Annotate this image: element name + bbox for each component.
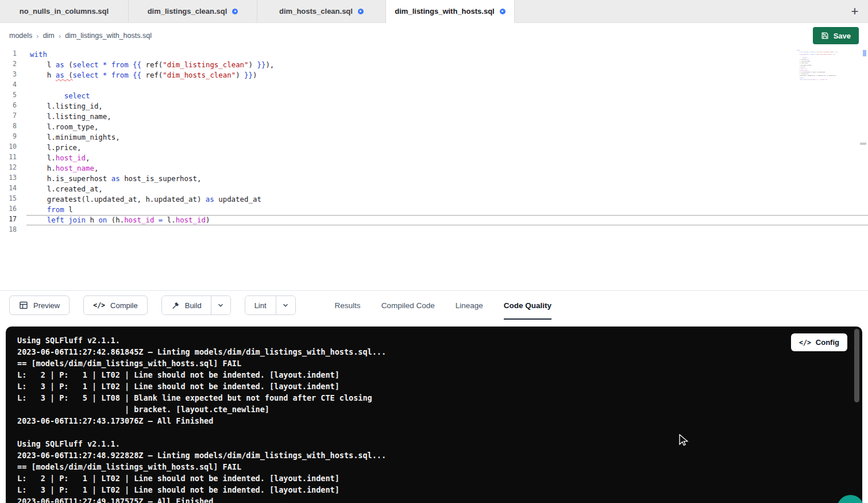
config-button[interactable]: </> Config: [791, 333, 847, 351]
line-number[interactable]: 15: [0, 194, 17, 205]
code-line[interactable]: select: [26, 91, 868, 101]
breadcrumb-item[interactable]: dim: [43, 32, 55, 40]
tab-label: dim_hosts_clean.sql: [279, 7, 353, 16]
tab-strip: no_nulls_in_columns.sqldim_listings_clea…: [0, 0, 515, 22]
lint-button-label: Lint: [254, 301, 267, 310]
code-line[interactable]: h.is_superhost as host_is_superhost,: [26, 174, 868, 184]
line-number[interactable]: 18: [0, 225, 17, 236]
line-number[interactable]: 11: [0, 153, 17, 163]
line-number[interactable]: 4: [0, 80, 17, 91]
editor-tab[interactable]: dim_hosts_clean.sql: [257, 0, 386, 22]
line-number[interactable]: 17: [0, 215, 17, 225]
code-icon: </>: [93, 301, 105, 309]
code-line[interactable]: l.host_id,: [26, 153, 868, 163]
lint-split-button: Lint: [245, 295, 296, 315]
breadcrumb-item[interactable]: dim_listings_with_hosts.sql: [65, 32, 152, 40]
editor-toolbar: Preview </> Compile Build Lint ResultsCo…: [0, 291, 868, 320]
lint-options-button[interactable]: [276, 296, 295, 314]
tab-label: no_nulls_in_columns.sql: [20, 7, 109, 16]
panel-tab-results[interactable]: Results: [335, 291, 361, 320]
panel-tab-compiled-code[interactable]: Compiled Code: [381, 291, 435, 320]
build-button-label: Build: [185, 301, 202, 310]
save-button-label: Save: [834, 32, 851, 40]
tab-label: dim_listings_clean.sql: [148, 7, 227, 16]
code-line[interactable]: l as (select * from {{ ref("dim_listings…: [26, 60, 868, 70]
code-line[interactable]: greatest(l.updated_at, h.updated_at) as …: [26, 194, 868, 205]
code-line[interactable]: with: [26, 49, 868, 60]
line-number[interactable]: 14: [0, 184, 17, 194]
code-line[interactable]: left join h on (h.host_id = l.host_id): [26, 215, 868, 225]
hammer-icon: [171, 301, 180, 310]
line-number[interactable]: 10: [0, 143, 17, 153]
breadcrumb-bar: models›dim›dim_listings_with_hosts.sql S…: [0, 23, 868, 48]
overview-ruler-mark: [863, 50, 866, 56]
code-icon: </>: [799, 339, 811, 347]
preview-button-label: Preview: [33, 301, 60, 310]
config-button-label: Config: [816, 338, 839, 347]
unsaved-indicator-icon: [358, 9, 364, 14]
line-number[interactable]: 6: [0, 101, 17, 112]
build-options-button[interactable]: [211, 296, 230, 314]
gutter: 123456789101112131415161718: [0, 48, 26, 290]
panel-tab-code-quality[interactable]: Code Quality: [504, 291, 551, 320]
line-number[interactable]: 12: [0, 163, 17, 174]
terminal-output: Using SQLFluff v2.1.1. 2023-06-06T11:27:…: [17, 335, 851, 503]
breadcrumb: models›dim›dim_listings_with_hosts.sql: [9, 32, 152, 40]
new-tab-button[interactable]: +: [842, 0, 868, 22]
code-editor[interactable]: 123456789101112131415161718 with l as (s…: [0, 48, 868, 291]
lint-button[interactable]: Lint: [245, 296, 276, 314]
code-line[interactable]: from l: [26, 205, 868, 215]
line-number[interactable]: 8: [0, 122, 17, 132]
chevron-down-icon: [281, 301, 290, 309]
preview-button[interactable]: Preview: [9, 295, 70, 315]
code-line[interactable]: [26, 80, 868, 91]
terminal-scrollbar: [854, 329, 859, 501]
unsaved-indicator-icon: [232, 9, 238, 14]
breadcrumb-item[interactable]: models: [9, 32, 32, 40]
breadcrumb-separator: ›: [59, 32, 61, 40]
tab-label: dim_listings_with_hosts.sql: [395, 7, 494, 16]
code-line[interactable]: l.listing_id,: [26, 101, 868, 112]
editor-tab[interactable]: dim_listings_with_hosts.sql: [386, 0, 515, 22]
line-number[interactable]: 13: [0, 174, 17, 184]
line-number[interactable]: 2: [0, 60, 17, 70]
line-number[interactable]: 9: [0, 132, 17, 143]
code-line[interactable]: h as (select * from {{ ref("dim_hosts_cl…: [26, 70, 868, 80]
code-line[interactable]: h.host_name,: [26, 163, 868, 174]
code-line[interactable]: l.listing_name,: [26, 112, 868, 122]
minimap-content: with l as (select * from {{ ref("dim_lis…: [797, 49, 842, 82]
compile-button-label: Compile: [110, 301, 138, 310]
chevron-down-icon: [217, 301, 225, 309]
table-icon: [19, 301, 28, 310]
code-line[interactable]: [26, 225, 868, 236]
line-number[interactable]: 3: [0, 70, 17, 80]
minimap[interactable]: with l as (select * from {{ ref("dim_lis…: [797, 49, 842, 90]
code-line[interactable]: l.created_at,: [26, 184, 868, 194]
tab-bar: no_nulls_in_columns.sqldim_listings_clea…: [0, 0, 868, 23]
unsaved-indicator-icon: [500, 9, 506, 14]
save-icon: [821, 32, 829, 40]
line-number[interactable]: 16: [0, 205, 17, 215]
breadcrumb-separator: ›: [36, 32, 38, 40]
editor-tab[interactable]: dim_listings_clean.sql: [129, 0, 257, 22]
terminal-scrollbar-thumb[interactable]: [854, 329, 859, 402]
save-button[interactable]: Save: [813, 27, 859, 44]
panel-tab-lineage[interactable]: Lineage: [456, 291, 483, 320]
code-line[interactable]: l.room_type,: [26, 122, 868, 132]
line-number[interactable]: 1: [0, 49, 17, 60]
code-line[interactable]: l.price,: [26, 143, 868, 153]
editor-scrollbar-thumb[interactable]: [860, 143, 866, 145]
code-lines[interactable]: with l as (select * from {{ ref("dim_lis…: [26, 48, 868, 290]
code-line[interactable]: l.minimum_nights,: [26, 132, 868, 143]
line-number[interactable]: 5: [0, 91, 17, 101]
panel-tabs: ResultsCompiled CodeLineageCode Quality: [335, 291, 551, 320]
terminal-panel: Using SQLFluff v2.1.1. 2023-06-06T11:27:…: [6, 327, 862, 503]
compile-button[interactable]: </> Compile: [83, 295, 147, 315]
build-button[interactable]: Build: [162, 296, 211, 314]
build-split-button: Build: [161, 295, 231, 315]
line-number[interactable]: 7: [0, 112, 17, 122]
editor-tab[interactable]: no_nulls_in_columns.sql: [0, 0, 129, 22]
